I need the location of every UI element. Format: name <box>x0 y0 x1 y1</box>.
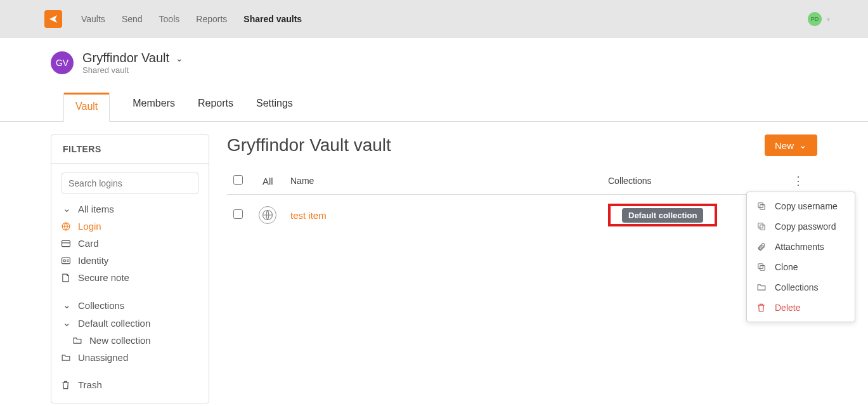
table-row: test item Default collection ⋮ <box>227 195 817 235</box>
main-panel: Gryffindor Vault vault New ⌄ All Name Co… <box>227 134 817 235</box>
collection-badge[interactable]: Default collection <box>622 208 703 223</box>
filter-label: Login <box>78 221 101 232</box>
menu-label: Copy username <box>775 201 838 211</box>
menu-clone[interactable]: Clone <box>747 257 855 277</box>
chevron-down-icon: ⌄ <box>799 140 807 151</box>
search-input[interactable] <box>62 173 198 194</box>
filter-label: Trash <box>78 379 102 390</box>
svg-rect-13 <box>758 264 763 269</box>
filter-new-collection[interactable]: New collection <box>62 335 198 346</box>
vault-name: Gryffindor Vault <box>82 51 169 65</box>
page-header: GV Gryffindor Vault ⌄ Shared vault Vault… <box>0 38 868 122</box>
filter-label: New collection <box>89 335 151 346</box>
column-all[interactable]: All <box>262 176 273 187</box>
filter-all-items[interactable]: ⌄ All items <box>62 203 198 214</box>
trash-icon <box>62 381 72 390</box>
filter-secure-note[interactable]: Secure note <box>62 272 198 283</box>
svg-rect-8 <box>760 205 765 210</box>
folder-icon <box>757 284 767 291</box>
copy-icon <box>757 202 767 211</box>
section-tabs: Vault Members Reports Settings <box>0 93 868 122</box>
vault-avatar: GV <box>51 51 74 74</box>
chevron-down-icon: ⌄ <box>176 53 183 63</box>
topnav-tools[interactable]: Tools <box>159 14 180 24</box>
chevron-down-icon: ⌄ <box>62 317 72 329</box>
menu-attachments[interactable]: Attachments <box>747 237 855 257</box>
copy-icon <box>757 222 767 231</box>
filter-label: Unassigned <box>78 352 128 363</box>
identity-icon <box>62 257 72 265</box>
svg-point-4 <box>63 259 66 262</box>
trash-icon <box>757 303 767 312</box>
table-header: All Name Collections ⋮ <box>227 170 817 195</box>
tab-reports[interactable]: Reports <box>198 93 233 121</box>
menu-label: Clone <box>775 262 798 272</box>
column-name: Name <box>290 176 608 186</box>
column-collections: Collections <box>608 176 786 186</box>
filter-label: Secure note <box>78 272 129 283</box>
filter-identity[interactable]: Identity <box>62 255 198 266</box>
user-avatar: PD <box>808 12 822 26</box>
menu-delete[interactable]: Delete <box>747 298 855 318</box>
filter-card[interactable]: Card <box>62 238 198 249</box>
topnav-reports[interactable]: Reports <box>196 14 227 24</box>
clone-icon <box>757 263 767 272</box>
tab-members[interactable]: Members <box>133 93 175 121</box>
vault-subtitle: Shared vault <box>82 65 183 75</box>
paperclip-icon <box>757 242 767 251</box>
topnav-send[interactable]: Send <box>122 14 143 24</box>
top-bar: Vaults Send Tools Reports Shared vaults … <box>0 0 868 38</box>
folder-icon <box>62 354 72 362</box>
items-table: All Name Collections ⋮ test item Default… <box>227 170 817 235</box>
menu-label: Delete <box>775 303 800 313</box>
filter-login[interactable]: Login <box>62 221 198 232</box>
collection-highlight: Default collection <box>608 204 717 226</box>
new-button[interactable]: New ⌄ <box>765 134 817 156</box>
select-all-checkbox[interactable] <box>233 175 243 185</box>
filters-title: FILTERS <box>51 135 209 164</box>
svg-rect-12 <box>760 266 765 271</box>
filter-default-collection[interactable]: ⌄ Default collection <box>62 317 198 329</box>
menu-copy-username[interactable]: Copy username <box>747 196 855 216</box>
svg-rect-11 <box>758 223 763 228</box>
card-icon <box>62 240 72 247</box>
app-logo[interactable] <box>44 10 62 28</box>
header-menu-icon[interactable]: ⋮ <box>793 174 804 187</box>
filter-label: All items <box>78 204 114 214</box>
filter-unassigned[interactable]: Unassigned <box>62 352 198 363</box>
item-name-link[interactable]: test item <box>290 210 327 221</box>
page-title: Gryffindor Vault vault <box>227 135 391 155</box>
chevron-down-icon: ⌄ <box>62 299 72 311</box>
folder-icon <box>73 337 83 344</box>
note-icon <box>62 273 72 282</box>
filter-label: Identity <box>78 255 108 266</box>
globe-icon <box>259 206 276 224</box>
user-menu[interactable]: PD ▾ <box>808 12 830 26</box>
topnav-vaults[interactable]: Vaults <box>81 14 105 24</box>
tab-settings[interactable]: Settings <box>256 93 293 121</box>
filters-sidebar: FILTERS ⌄ All items Login <box>51 134 209 403</box>
menu-label: Attachments <box>775 242 824 252</box>
tab-vault[interactable]: Vault <box>63 93 110 122</box>
menu-copy-password[interactable]: Copy password <box>747 216 855 237</box>
top-nav: Vaults Send Tools Reports Shared vaults <box>81 14 302 24</box>
vault-title[interactable]: Gryffindor Vault ⌄ <box>82 51 183 65</box>
filter-label: Collections <box>78 300 124 311</box>
svg-rect-10 <box>760 225 765 230</box>
row-context-menu: Copy username Copy password Attachments … <box>746 192 855 322</box>
menu-collections[interactable]: Collections <box>747 277 855 298</box>
filter-collections[interactable]: ⌄ Collections <box>62 299 198 311</box>
filter-label: Default collection <box>78 318 150 329</box>
filter-trash[interactable]: Trash <box>62 379 198 390</box>
svg-rect-1 <box>62 240 70 246</box>
row-checkbox[interactable] <box>233 209 243 219</box>
filter-label: Card <box>78 238 99 249</box>
menu-label: Copy password <box>775 221 836 232</box>
menu-label: Collections <box>775 282 818 292</box>
globe-icon <box>62 222 72 231</box>
chevron-down-icon: ▾ <box>827 16 830 23</box>
new-button-label: New <box>775 140 794 151</box>
svg-rect-9 <box>758 203 763 208</box>
chevron-down-icon: ⌄ <box>62 203 72 214</box>
topnav-shared-vaults[interactable]: Shared vaults <box>243 14 302 24</box>
